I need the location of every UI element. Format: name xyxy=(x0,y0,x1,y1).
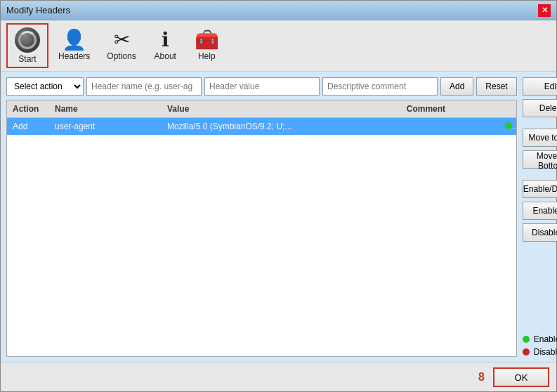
col-comment-header: Comment xyxy=(401,103,499,115)
options-icon: ✂ xyxy=(114,30,130,50)
row-value: Mozilla/5.0 (SymbianOS/9.2; U;... xyxy=(162,120,401,133)
left-panel: Select action Add Reset Action Name Valu… xyxy=(6,77,517,357)
legend-enabled-dot xyxy=(523,336,530,343)
header-value-input[interactable] xyxy=(204,77,320,96)
enable-disable-button[interactable]: Enable/Disable xyxy=(523,180,557,198)
toolbar-headers-button[interactable]: 👤 Headers xyxy=(51,27,97,64)
toolbar-help-button[interactable]: 🧰 Help xyxy=(188,27,226,64)
toolbar-options-label: Options xyxy=(107,51,136,61)
close-button[interactable]: ✕ xyxy=(538,4,551,17)
main-window: Modify Headers ✕ Start 👤 Headers ✂ Optio… xyxy=(0,0,557,392)
table-row[interactable]: Add user-agent Mozilla/5.0 (SymbianOS/9.… xyxy=(7,118,516,136)
col-action-header: Action xyxy=(7,103,49,115)
row-action: Add xyxy=(7,120,49,133)
col-value-header: Value xyxy=(162,103,401,115)
legend-disabled-label: Disabled xyxy=(534,347,557,357)
start-icon xyxy=(15,27,40,53)
row-status xyxy=(499,120,516,133)
select-action-dropdown[interactable]: Select action xyxy=(6,77,84,96)
table-header: Action Name Value Comment xyxy=(7,100,516,118)
toolbar-about-label: About xyxy=(155,51,176,61)
legend: Enabled Disabled xyxy=(523,334,557,357)
move-to-top-button[interactable]: Move to Top xyxy=(523,129,557,147)
edit-button[interactable]: Edit xyxy=(523,77,557,96)
toolbar-start-label: Start xyxy=(18,54,36,64)
row-comment xyxy=(401,125,499,128)
help-icon: 🧰 xyxy=(195,30,219,50)
toolbar-about-button[interactable]: ℹ About xyxy=(146,27,185,64)
disable-all-button[interactable]: Disable All xyxy=(523,223,557,242)
legend-enabled-label: Enabled xyxy=(534,334,557,344)
enable-all-button[interactable]: Enable All xyxy=(523,202,557,220)
row-name: user-agent xyxy=(49,120,162,133)
input-row: Select action Add Reset xyxy=(6,77,517,96)
reset-button[interactable]: Reset xyxy=(476,77,516,96)
toolbar: Start 👤 Headers ✂ Options ℹ About 🧰 Help xyxy=(1,20,556,72)
delete-button[interactable]: Delete xyxy=(523,99,557,117)
window-title: Modify Headers xyxy=(6,5,70,15)
col-name-header: Name xyxy=(49,103,162,115)
header-comment-input[interactable] xyxy=(322,77,438,96)
legend-disabled-item: Disabled xyxy=(523,347,557,357)
about-icon: ℹ xyxy=(162,30,169,50)
toolbar-help-label: Help xyxy=(198,51,216,61)
headers-icon: 👤 xyxy=(62,30,86,50)
legend-disabled-dot xyxy=(523,348,530,355)
badge-number: 8 xyxy=(478,371,485,384)
col-status-header xyxy=(499,103,516,115)
legend-enabled-item: Enabled xyxy=(523,334,557,344)
move-to-bottom-button[interactable]: Move to Bottom xyxy=(523,150,557,169)
headers-table: Action Name Value Comment Add user-agent… xyxy=(6,100,517,357)
add-button[interactable]: Add xyxy=(440,77,473,96)
content-area: Select action Add Reset Action Name Valu… xyxy=(1,72,556,362)
toolbar-headers-label: Headers xyxy=(58,51,90,61)
toolbar-options-button[interactable]: ✂ Options xyxy=(100,27,143,64)
right-panel: Edit Delete Move to Top Move to Bottom E… xyxy=(523,77,557,357)
status-dot-enabled xyxy=(505,122,512,129)
table-body: Add user-agent Mozilla/5.0 (SymbianOS/9.… xyxy=(7,118,516,356)
title-bar: Modify Headers ✕ xyxy=(1,1,556,20)
ok-button[interactable]: OK xyxy=(493,367,549,387)
toolbar-start-button[interactable]: Start xyxy=(6,23,48,68)
bottom-bar: 8 OK xyxy=(1,362,556,391)
header-name-input[interactable] xyxy=(86,77,202,96)
